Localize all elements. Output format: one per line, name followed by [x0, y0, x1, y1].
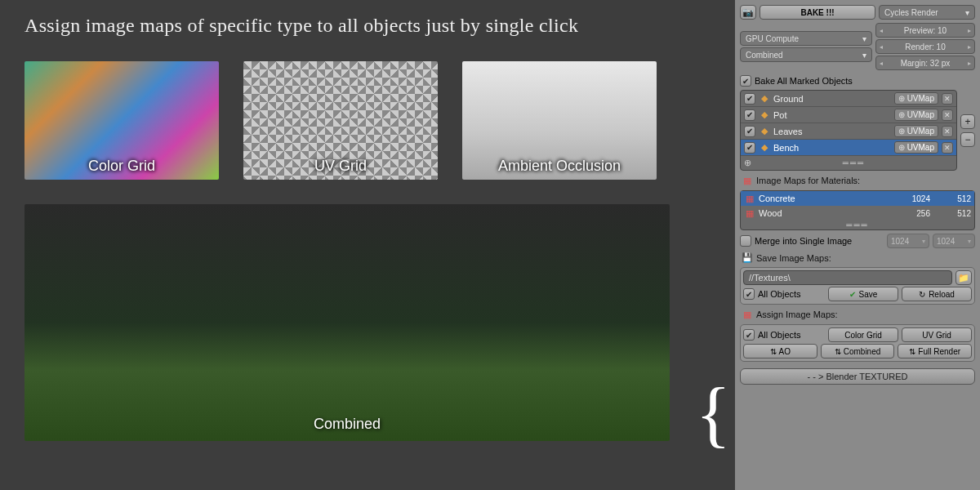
main-render-image: Combined	[24, 204, 670, 441]
uv-map-field[interactable]: ⊕UVMap	[894, 109, 938, 121]
link-icon: ⇅	[909, 347, 915, 356]
save-icon: 💾	[742, 252, 753, 263]
material-height: 512	[933, 194, 971, 203]
globe-icon: ⊕	[898, 110, 905, 119]
obj-checkbox[interactable]	[744, 109, 755, 121]
link-icon: ⇅	[835, 347, 841, 356]
thumb-label: Ambient Occlusion	[462, 158, 657, 175]
globe-icon: ⊕	[898, 94, 905, 103]
mesh-icon: ◆	[759, 126, 770, 137]
obj-name: Leaves	[773, 127, 891, 136]
mesh-icon: ◆	[759, 93, 770, 105]
uv-map-field[interactable]: ⊕UVMap	[894, 92, 938, 105]
remove-icon[interactable]: ✕	[942, 93, 953, 105]
bake-all-label: Bake All Marked Objects	[755, 76, 853, 86]
assign-all-objects-label: All Objects	[758, 330, 825, 340]
assign-header-label: Assign Image Maps:	[756, 310, 838, 319]
reload-button[interactable]: ↻Reload	[902, 287, 972, 301]
material-name: Wood	[759, 208, 889, 218]
list-item[interactable]: ◆ Ground ⊕UVMap ✕	[741, 91, 956, 107]
device-dropdown[interactable]: GPU Compute▾	[740, 31, 872, 46]
reload-icon: ↻	[919, 290, 925, 299]
texture-icon: ▦	[742, 309, 753, 320]
combined-button[interactable]: ⇅Combined	[821, 344, 895, 359]
bake-button[interactable]: BAKE !!!	[760, 5, 875, 20]
add-object-button[interactable]: +	[960, 114, 975, 129]
list-item[interactable]: ◆ Leaves ⊕UVMap ✕	[741, 123, 956, 140]
bake-all-checkbox[interactable]	[740, 75, 751, 87]
add-icon[interactable]: ⊕	[744, 158, 751, 168]
material-row[interactable]: ▦ Concrete 1024 512	[741, 191, 974, 206]
uv-map-field[interactable]: ⊕UVMap	[894, 125, 938, 137]
obj-checkbox[interactable]	[744, 142, 755, 154]
material-height: 512	[933, 209, 971, 218]
material-width: 256	[893, 209, 930, 218]
render-engine-dropdown[interactable]: Cycles Render▾	[879, 5, 975, 20]
thumb-color-grid: Color Grid	[24, 61, 219, 180]
bake-panel: 📷 BAKE !!! Cycles Render▾ GPU Compute▾ C…	[735, 0, 980, 490]
merge-height-field[interactable]: 1024▾	[933, 234, 975, 248]
save-button[interactable]: ✔Save	[828, 287, 898, 301]
texture-icon: ▦	[742, 175, 753, 186]
remove-icon[interactable]: ✕	[942, 109, 953, 121]
obj-name: Bench	[773, 143, 891, 153]
globe-icon: ⊕	[898, 143, 905, 152]
object-list: ◆ Ground ⊕UVMap ✕ ◆ Pot ⊕UVMap ✕ ◆ Leave…	[740, 90, 957, 171]
list-grip[interactable]: ═══	[755, 158, 953, 167]
obj-name: Pot	[773, 110, 891, 120]
obj-name: Ground	[773, 94, 891, 104]
uv-map-field[interactable]: ⊕UVMap	[894, 141, 938, 154]
obj-checkbox[interactable]	[744, 93, 755, 105]
mesh-icon: ◆	[759, 109, 770, 121]
merge-label: Merge into Single Image	[755, 236, 884, 246]
full-render-button[interactable]: ⇅Full Render	[898, 344, 972, 359]
all-objects-checkbox[interactable]	[743, 288, 755, 300]
merge-width-field[interactable]: 1024▾	[887, 234, 929, 248]
margin-field[interactable]: ◂Margin: 32 px▸	[875, 56, 975, 70]
obj-checkbox[interactable]	[744, 126, 755, 137]
main-render-label: Combined	[24, 416, 670, 433]
thumb-uv-grid: UV Grid	[243, 61, 438, 180]
ao-button[interactable]: ⇅AO	[743, 344, 817, 359]
check-icon: ✔	[849, 290, 856, 299]
camera-icon[interactable]: 📷	[740, 5, 756, 20]
pass-dropdown[interactable]: Combined▾	[740, 47, 872, 62]
save-header-label: Save Image Maps:	[756, 253, 831, 263]
material-list: ▦ Concrete 1024 512 ▦ Wood 256 512 ═══	[740, 190, 975, 230]
list-item[interactable]: ◆ Pot ⊕UVMap ✕	[741, 107, 956, 123]
merge-checkbox[interactable]	[740, 235, 751, 247]
page-title: Assign image maps of specific type to al…	[24, 15, 686, 37]
list-grip[interactable]: ═══	[741, 220, 974, 229]
thumb-label: Color Grid	[24, 158, 219, 175]
all-objects-label: All Objects	[758, 289, 825, 299]
browse-folder-button[interactable]: 📁	[956, 270, 972, 285]
remove-icon[interactable]: ✕	[942, 126, 953, 137]
remove-icon[interactable]: ✕	[942, 142, 953, 154]
material-width: 1024	[893, 194, 930, 203]
uv-grid-button[interactable]: UV Grid	[902, 327, 972, 342]
remove-object-button[interactable]: −	[960, 132, 975, 147]
blender-textured-button[interactable]: - - > Blender TEXTURED	[740, 368, 975, 385]
preview-field[interactable]: ◂Preview: 10▸	[875, 23, 975, 38]
list-footer: ⊕ ═══	[741, 156, 956, 170]
save-path-input[interactable]: //Textures\	[743, 270, 952, 285]
material-row[interactable]: ▦ Wood 256 512	[741, 206, 974, 220]
color-grid-button[interactable]: Color Grid	[828, 327, 898, 342]
brace-decoration: {	[696, 377, 731, 451]
image-maps-label: Image Maps for Materials:	[756, 176, 860, 185]
thumb-ambient-occlusion: Ambient Occlusion	[462, 61, 657, 180]
texture-icon: ▦	[744, 193, 755, 204]
thumb-label: UV Grid	[243, 158, 438, 175]
mesh-icon: ◆	[759, 142, 770, 154]
globe-icon: ⊕	[898, 127, 905, 136]
list-item[interactable]: ◆ Bench ⊕UVMap ✕	[741, 140, 956, 156]
material-name: Concrete	[759, 194, 889, 203]
link-icon: ⇅	[770, 347, 777, 356]
texture-icon: ▦	[744, 207, 755, 219]
render-field[interactable]: ◂Render: 10▸	[875, 39, 975, 54]
assign-all-objects-checkbox[interactable]	[743, 329, 755, 341]
